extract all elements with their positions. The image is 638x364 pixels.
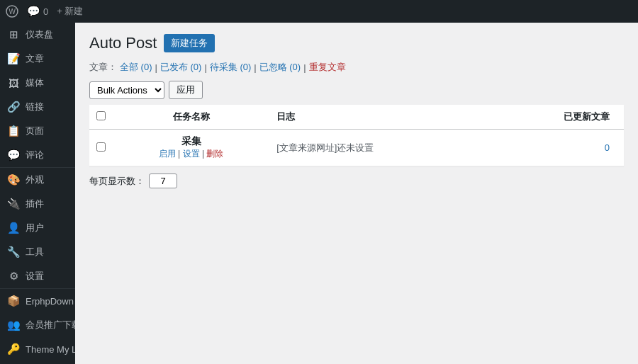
main-content: Auto Post 新建任务 文章： 全部 (0) | 已发布 (0) | 待采… bbox=[75, 23, 638, 364]
sidebar-item-comments[interactable]: 💬 评论 bbox=[0, 143, 75, 167]
row-action-enable[interactable]: 启用 bbox=[159, 149, 176, 159]
sidebar-label-settings: 设置 bbox=[26, 270, 44, 283]
theme-my-login-icon: 🔑 bbox=[7, 343, 20, 356]
sidebar-item-posts[interactable]: 📝 文章 bbox=[0, 47, 75, 71]
sidebar-item-links[interactable]: 🔗 链接 bbox=[0, 95, 75, 119]
sep1: | bbox=[155, 62, 157, 73]
sidebar-label-appearance: 外观 bbox=[26, 174, 44, 186]
filter-label: 文章： bbox=[89, 61, 117, 74]
bulk-actions-bar: Bulk Actions 应用 bbox=[89, 81, 624, 99]
comment-bubble-icon: 💬 bbox=[27, 5, 40, 18]
table-row: 采集 启用 | 设置 | 删除 [文章来源网址]还未设置 0 bbox=[89, 130, 624, 166]
per-page-label: 每页显示数： bbox=[89, 175, 145, 188]
sidebar-label-plugins: 插件 bbox=[26, 198, 44, 210]
dashboard-icon: ⊞ bbox=[7, 28, 20, 41]
sidebar-label-media: 媒体 bbox=[26, 76, 44, 89]
task-name-text: 采集 bbox=[120, 135, 262, 148]
row-action-settings[interactable]: 设置 bbox=[183, 149, 200, 159]
settings-icon: ⚙ bbox=[7, 270, 20, 283]
sidebar-item-pages[interactable]: 📋 页面 bbox=[0, 119, 75, 143]
sep3: | bbox=[254, 62, 256, 73]
sidebar: ⊞ 仪表盘 📝 文章 🖼 媒体 🔗 链接 📋 页面 💬 评论 🎨 外观 bbox=[0, 23, 75, 364]
header-updated: 已更新文章 bbox=[491, 105, 624, 130]
wp-logo-icon[interactable]: W bbox=[6, 5, 18, 18]
row-task-name-cell: 采集 启用 | 设置 | 删除 bbox=[113, 130, 269, 166]
comment-count-item[interactable]: 💬 0 bbox=[27, 5, 48, 18]
filter-links: 文章： 全部 (0) | 已发布 (0) | 待采集 (0) | 已忽略 (0)… bbox=[89, 61, 624, 74]
main-layout: ⊞ 仪表盘 📝 文章 🖼 媒体 🔗 链接 📋 页面 💬 评论 🎨 外观 bbox=[0, 23, 638, 364]
per-page-input[interactable] bbox=[149, 174, 177, 188]
row-checkbox[interactable] bbox=[96, 142, 106, 152]
media-icon: 🖼 bbox=[7, 77, 20, 89]
filter-pending[interactable]: 待采集 (0) bbox=[210, 61, 252, 74]
header-checkbox-col bbox=[89, 105, 113, 130]
page-title-bar: Auto Post 新建任务 bbox=[89, 34, 624, 52]
row-action-delete[interactable]: 删除 bbox=[206, 149, 223, 159]
tools-icon: 🔧 bbox=[7, 246, 20, 258]
appearance-icon: 🎨 bbox=[7, 174, 20, 186]
sidebar-item-erphpdown[interactable]: 📦 ErphpDown bbox=[0, 289, 75, 313]
sidebar-item-membership[interactable]: 👥 会员推广下载 bbox=[0, 313, 75, 337]
new-content-item[interactable]: + 新建 bbox=[57, 5, 83, 18]
sidebar-label-dashboard: 仪表盘 bbox=[26, 28, 53, 41]
erphpdown-icon: 📦 bbox=[7, 295, 20, 307]
sidebar-label-posts: 文章 bbox=[26, 52, 44, 65]
comment-count: 0 bbox=[43, 6, 48, 17]
new-label: + 新建 bbox=[57, 5, 83, 18]
row-updated-cell: 0 bbox=[491, 130, 624, 166]
sidebar-item-settings[interactable]: ⚙ 设置 bbox=[0, 264, 75, 288]
sidebar-label-erphpdown: ErphpDown bbox=[26, 296, 74, 307]
sidebar-label-users: 用户 bbox=[26, 222, 44, 234]
row-checkbox-cell bbox=[89, 130, 113, 166]
sidebar-item-appearance[interactable]: 🎨 外观 bbox=[0, 168, 75, 192]
bulk-actions-select[interactable]: Bulk Actions bbox=[89, 81, 164, 99]
admin-bar: W 💬 0 + 新建 bbox=[0, 0, 638, 23]
new-task-button[interactable]: 新建任务 bbox=[164, 34, 215, 52]
apply-button[interactable]: 应用 bbox=[169, 81, 203, 99]
table-header-row: 任务名称 日志 已更新文章 bbox=[89, 105, 624, 130]
posts-icon: 📝 bbox=[7, 52, 20, 65]
sidebar-item-plugins[interactable]: 🔌 插件 bbox=[0, 192, 75, 216]
tasks-table: 任务名称 日志 已更新文章 采集 启用 | 设置 bbox=[89, 105, 624, 166]
header-log: 日志 bbox=[269, 105, 491, 130]
links-icon: 🔗 bbox=[7, 101, 20, 113]
sidebar-label-membership: 会员推广下载 bbox=[26, 319, 75, 331]
sidebar-item-dashboard[interactable]: ⊞ 仪表盘 bbox=[0, 23, 75, 47]
sidebar-label-tools: 工具 bbox=[26, 246, 44, 258]
sidebar-label-comments: 评论 bbox=[26, 149, 44, 161]
sidebar-label-links: 链接 bbox=[26, 101, 44, 113]
plugins-icon: 🔌 bbox=[7, 198, 20, 210]
users-icon: 👤 bbox=[7, 222, 20, 234]
select-all-checkbox[interactable] bbox=[96, 111, 106, 120]
sidebar-item-media[interactable]: 🖼 媒体 bbox=[0, 71, 75, 95]
membership-icon: 👥 bbox=[7, 319, 20, 331]
sidebar-label-pages: 页面 bbox=[26, 125, 44, 137]
sidebar-item-simple-ads[interactable]: 📢 简单广告框 bbox=[0, 361, 75, 364]
page-title: Auto Post bbox=[89, 34, 157, 52]
sep4: | bbox=[303, 62, 306, 73]
sidebar-item-theme-my-login[interactable]: 🔑 Theme My Login bbox=[0, 337, 75, 361]
header-task-name: 任务名称 bbox=[113, 105, 269, 130]
row-log-cell: [文章来源网址]还未设置 bbox=[269, 130, 491, 166]
sidebar-label-theme-my-login: Theme My Login bbox=[26, 344, 75, 355]
svg-text:W: W bbox=[9, 8, 16, 16]
filter-all[interactable]: 全部 (0) bbox=[120, 61, 152, 74]
filter-ignored[interactable]: 已忽略 (0) bbox=[259, 61, 301, 74]
sep2: | bbox=[204, 62, 206, 73]
filter-repeat[interactable]: 重复文章 bbox=[309, 61, 346, 74]
per-page-row: 每页显示数： bbox=[89, 174, 624, 188]
comments-icon: 💬 bbox=[7, 149, 20, 161]
filter-published[interactable]: 已发布 (0) bbox=[160, 61, 202, 74]
pages-icon: 📋 bbox=[7, 125, 20, 137]
sidebar-item-users[interactable]: 👤 用户 bbox=[0, 216, 75, 240]
sidebar-item-tools[interactable]: 🔧 工具 bbox=[0, 240, 75, 264]
row-actions: 启用 | 设置 | 删除 bbox=[120, 148, 262, 160]
